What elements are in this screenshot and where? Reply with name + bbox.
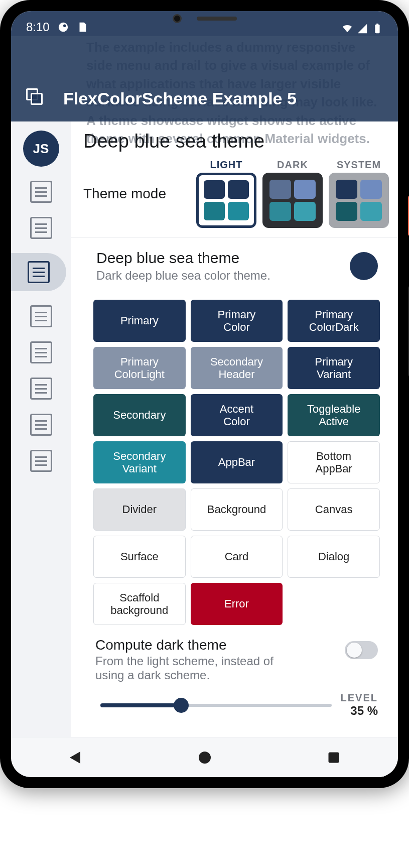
theme-desc: Dark deep blue sea color theme. bbox=[96, 269, 270, 283]
status-time: 8:10 bbox=[26, 20, 50, 34]
divider bbox=[71, 237, 398, 237]
android-nav-bar bbox=[11, 737, 398, 777]
color-chip[interactable]: AppBar bbox=[191, 441, 283, 483]
color-chip[interactable]: Background bbox=[191, 488, 283, 531]
navigation-rail: JS bbox=[11, 121, 71, 737]
svg-point-1 bbox=[63, 25, 66, 28]
phone-screen: 8:10 The example include bbox=[11, 11, 398, 777]
nav-home[interactable] bbox=[196, 749, 214, 767]
color-chip[interactable]: Primary ColorLight bbox=[93, 347, 186, 389]
rail-item-6[interactable] bbox=[30, 378, 52, 400]
rail-item-7[interactable] bbox=[30, 414, 52, 436]
level-label: LEVEL bbox=[341, 692, 378, 704]
rail-item-4[interactable] bbox=[30, 305, 52, 327]
theme-mode-light-label: LIGHT bbox=[210, 159, 243, 171]
color-chip[interactable]: Error bbox=[191, 583, 283, 625]
svg-rect-3 bbox=[376, 24, 378, 25]
camera-dot bbox=[173, 14, 182, 23]
color-chip[interactable]: Canvas bbox=[288, 488, 380, 531]
theme-mode-light-swatch bbox=[196, 173, 256, 228]
color-chip[interactable]: Secondary bbox=[93, 394, 186, 436]
notch bbox=[165, 11, 245, 26]
compute-title: Compute dark theme bbox=[95, 637, 339, 653]
svg-rect-5 bbox=[328, 752, 339, 763]
color-chip[interactable]: Secondary Variant bbox=[93, 441, 186, 483]
theme-mode-selectors: LIGHT DARK SYSTEM bbox=[196, 159, 389, 228]
color-chip[interactable]: Bottom AppBar bbox=[288, 441, 380, 483]
status-icon-app bbox=[58, 22, 69, 33]
color-chip[interactable]: Divider bbox=[93, 488, 186, 531]
theme-name: Deep blue sea theme bbox=[96, 250, 270, 267]
page-title: Deep blue sea theme bbox=[83, 131, 389, 152]
theme-mode-label: Theme mode bbox=[83, 186, 166, 202]
theme-mode-system-label: SYSTEM bbox=[337, 159, 381, 171]
svg-rect-2 bbox=[375, 25, 379, 33]
level-value: 35 % bbox=[341, 704, 378, 718]
color-chip[interactable]: Secondary Header bbox=[191, 347, 283, 389]
color-chip[interactable]: Toggleable Active bbox=[288, 394, 380, 436]
theme-mode-light[interactable]: LIGHT bbox=[196, 159, 256, 228]
avatar-initials: JS bbox=[33, 141, 49, 157]
compute-switch[interactable] bbox=[345, 641, 378, 659]
menu-icon[interactable] bbox=[26, 88, 46, 108]
nav-back[interactable] bbox=[67, 749, 85, 767]
compute-desc: From the light scheme, instead of using … bbox=[95, 654, 296, 682]
rail-item-8[interactable] bbox=[30, 450, 52, 472]
wifi-icon bbox=[342, 23, 353, 34]
speaker-slot bbox=[197, 17, 237, 21]
color-chip[interactable]: Accent Color bbox=[191, 394, 283, 436]
rail-item-3-active[interactable] bbox=[11, 253, 66, 291]
rail-item-2[interactable] bbox=[30, 217, 52, 239]
svg-point-4 bbox=[199, 752, 211, 764]
theme-mode-row: Theme mode LIGHT DARK SYSTEM bbox=[83, 159, 389, 228]
phone-frame: 8:10 The example include bbox=[0, 0, 409, 788]
color-chip[interactable]: Primary Variant bbox=[288, 347, 380, 389]
level-slider[interactable] bbox=[100, 696, 332, 714]
app-bar-title: FlexColorScheme Example 5 bbox=[63, 89, 297, 108]
color-chip[interactable]: Primary Color bbox=[191, 300, 283, 342]
theme-mode-dark-swatch bbox=[262, 173, 323, 228]
theme-mode-system-swatch bbox=[329, 173, 389, 228]
main-content[interactable]: Deep blue sea theme Theme mode LIGHT DAR… bbox=[71, 121, 398, 737]
color-grid: PrimaryPrimary ColorPrimary ColorDarkPri… bbox=[80, 286, 389, 625]
color-chip[interactable]: Dialog bbox=[288, 536, 380, 578]
svg-point-0 bbox=[59, 23, 68, 32]
battery-icon bbox=[372, 23, 383, 34]
color-chip[interactable]: Surface bbox=[93, 536, 186, 578]
color-chip[interactable]: Primary bbox=[93, 300, 186, 342]
app-bar: FlexColorScheme Example 5 bbox=[11, 36, 398, 121]
theme-mode-system[interactable]: SYSTEM bbox=[329, 159, 389, 228]
color-chip[interactable]: Card bbox=[191, 536, 283, 578]
color-chip[interactable]: Primary ColorDark bbox=[288, 300, 380, 342]
rail-item-5[interactable] bbox=[30, 341, 52, 363]
rail-item-1[interactable] bbox=[30, 181, 52, 203]
theme-mode-dark-label: DARK bbox=[277, 159, 308, 171]
theme-color-dot bbox=[350, 252, 378, 280]
level-slider-row: LEVEL 35 % bbox=[80, 682, 389, 718]
content-row: JS Deep blue sea theme Theme mode LIGHT bbox=[11, 121, 398, 737]
theme-header[interactable]: Deep blue sea theme Dark deep blue sea c… bbox=[80, 246, 389, 286]
avatar[interactable]: JS bbox=[23, 131, 59, 167]
theme-mode-dark[interactable]: DARK bbox=[262, 159, 323, 228]
nav-recent[interactable] bbox=[325, 749, 343, 767]
signal-icon bbox=[357, 23, 368, 34]
compute-dark-row: Compute dark theme From the light scheme… bbox=[80, 625, 389, 682]
sd-card-icon bbox=[77, 22, 88, 33]
color-chip[interactable]: Scaffold background bbox=[93, 583, 186, 625]
